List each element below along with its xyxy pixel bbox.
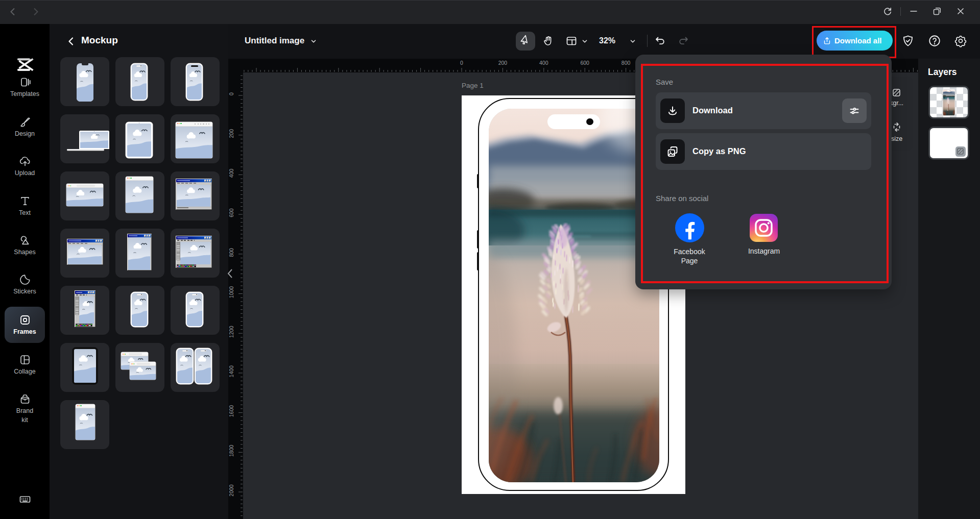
svg-text:1600: 1600 xyxy=(228,405,234,417)
svg-text:400: 400 xyxy=(539,60,548,66)
svg-text:0: 0 xyxy=(228,92,234,95)
svg-text:1200: 1200 xyxy=(228,326,234,338)
svg-text:2000: 2000 xyxy=(228,484,234,497)
svg-text:1400: 1400 xyxy=(228,365,234,378)
svg-text:400: 400 xyxy=(228,168,234,178)
svg-text:600: 600 xyxy=(580,60,589,66)
svg-text:1000: 1000 xyxy=(228,286,234,299)
svg-text:200: 200 xyxy=(498,60,508,66)
svg-text:200: 200 xyxy=(228,129,234,138)
svg-text:0: 0 xyxy=(460,60,463,66)
svg-text:800: 800 xyxy=(228,248,234,257)
svg-text:1800: 1800 xyxy=(228,444,234,457)
svg-text:600: 600 xyxy=(228,208,234,217)
svg-text:800: 800 xyxy=(622,60,631,66)
